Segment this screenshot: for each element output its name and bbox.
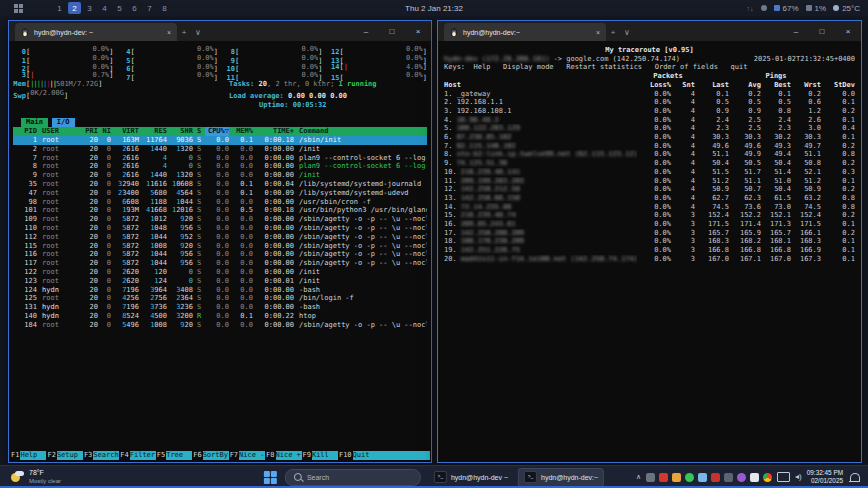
taskbar-clock[interactable]: 09:32:45 PM 02/01/2025 <box>807 469 843 485</box>
hop-row-4: 4. 10.96.48.20.0%42.42.52.42.60.1 <box>444 116 855 125</box>
process-row-pid-117[interactable]: 117root20058721044956S0.00.00:00.00/sbin… <box>13 259 427 268</box>
fnkey-kill[interactable]: F9Kill <box>302 451 338 460</box>
fnkey-nice-[interactable]: F8Nice + <box>265 451 301 460</box>
process-row-pid-140[interactable]: 140hydn200852445003200R0.00.10:00.22htop <box>13 312 427 321</box>
tray-app-3-icon[interactable] <box>672 473 681 482</box>
minimize-button[interactable]: – <box>783 21 809 41</box>
process-row-pid-112[interactable]: 112root20058721044952S0.00.00:00.00/sbin… <box>13 233 427 242</box>
left-titlebar[interactable]: hydn@hydn-dev: ~ × + ∨ – □ × <box>9 21 431 41</box>
tab-dropdown-button[interactable]: ∨ <box>620 23 634 41</box>
process-row-pid-122[interactable]: 122root20026201200S0.00.00:00.00/init <box>13 268 427 277</box>
process-row-pid-116[interactable]: 116root20058721044956S0.00.00:00.00/sbin… <box>13 250 427 259</box>
left-terminal-tab[interactable]: hydn@hydn-dev: ~ × <box>15 23 177 41</box>
fnkey-nice-[interactable]: F7Nice - <box>229 451 265 460</box>
redacted-hop-host: 74.125.51.36 <box>457 159 508 167</box>
hop-row-7: 7. 62.115.140.1020.0%449.649.649.349.70.… <box>444 142 855 151</box>
tray-app-8-icon[interactable] <box>737 473 746 482</box>
workspace-button-6[interactable]: 6 <box>128 2 141 14</box>
hop-row-11: 11. 209.199.203.2030.0%451.251.151.051.2… <box>444 177 855 186</box>
tray-app-4-icon[interactable] <box>685 473 694 482</box>
tray-app-7-icon[interactable] <box>724 473 733 482</box>
sort-column-cpu[interactable]: CPU%▽ <box>205 127 229 136</box>
right-titlebar[interactable]: hydn@hydn-dev:~ × + ∨ – □ × <box>438 21 861 41</box>
process-row-pid-123[interactable]: 123root20026201240S0.00.00:00.01/init <box>13 277 427 286</box>
tab-close-icon[interactable]: × <box>596 29 600 36</box>
notification-bell-icon[interactable] <box>850 473 860 482</box>
workspace-button-7[interactable]: 7 <box>143 2 156 14</box>
minimize-button[interactable]: – <box>353 21 379 41</box>
uptime: Uptime: 00:05:32 <box>221 101 326 110</box>
hidden-icons-chevron[interactable]: ∧ <box>636 473 641 481</box>
htop-tab-main[interactable]: Main <box>21 118 48 127</box>
process-row-pid-124[interactable]: 124hydn200719639643408S0.00.00:00.00-bas… <box>13 286 427 295</box>
process-row-pid-110[interactable]: 110root20058721048956S0.00.00:00.00/sbin… <box>13 224 427 233</box>
fnkey-setup[interactable]: F2Setup <box>46 451 82 460</box>
hop-row-9: 9. 74.125.51.360.0%450.450.550.450.80.2 <box>444 159 855 168</box>
htop-function-bar: F1HelpF2SetupF3SearchF4FilterF5TreeF6Sor… <box>10 451 430 460</box>
mtr-keys-menu[interactable]: Keys: Help Display mode Restart statisti… <box>444 63 855 72</box>
fnkey-tree[interactable]: F5Tree <box>156 451 192 460</box>
process-row-pid-131[interactable]: 131hydn200719637363236S0.00.00:00.00-bas… <box>13 303 427 312</box>
workspace-button-5[interactable]: 5 <box>113 2 126 14</box>
workspace-button-8[interactable]: 8 <box>158 2 171 14</box>
fnkey-quit[interactable]: F10Quit <box>338 451 379 460</box>
tray-app-1-icon[interactable] <box>646 473 655 482</box>
htop-tab-io[interactable]: I/O <box>52 118 75 127</box>
workspace-button-2[interactable]: 2 <box>68 2 81 14</box>
tray-app-10-icon[interactable] <box>763 473 772 482</box>
process-row-pid-1[interactable]: 1root200163M117649036S0.00.10:00.18/sbin… <box>13 136 427 145</box>
right-terminal-tab[interactable]: hydn@hydn-dev:~ × <box>444 23 606 41</box>
process-table-header[interactable]: PID USER PRI NI VIRT RES SHR S CPU%▽ MEM… <box>13 127 427 136</box>
new-tab-button[interactable]: + <box>606 23 620 41</box>
process-row-pid-98[interactable]: 98root200660811881044S0.00.00:00.00/usr/… <box>13 198 427 207</box>
process-row-pid-115[interactable]: 115root20058721008920S0.00.00:00.00/sbin… <box>13 242 427 251</box>
process-row-pid-8[interactable]: 8root200261640S0.00.00:00.00plan9 --cont… <box>13 162 427 171</box>
process-row-pid-109[interactable]: 109root20058721012920S0.00.00:00.00/sbin… <box>13 215 427 224</box>
speaker-icon[interactable]: ◂) <box>795 473 802 481</box>
process-row-pid-35[interactable]: 35root200329401161610608S0.00.10:00.04/l… <box>13 180 427 189</box>
fnkey-search[interactable]: F3Search <box>83 451 119 460</box>
hop-host: _gateway <box>457 90 491 98</box>
maximize-button[interactable]: □ <box>809 21 835 41</box>
process-row-pid-2[interactable]: 2root200261614401320S0.00.00:00.00/init <box>13 145 427 154</box>
start-button[interactable] <box>264 471 277 484</box>
taskbar-app-2[interactable]: >_hydn@hydn-dev:~ <box>518 468 604 487</box>
right-tab-title: hydn@hydn-dev:~ <box>463 29 520 36</box>
process-row-pid-47[interactable]: 47root2002340056804564S0.00.10:00.09/lib… <box>13 189 427 198</box>
mtr-source-line: hydn-dev (172.28.208.181) -> google.com … <box>444 55 855 64</box>
maximize-button[interactable]: □ <box>379 21 405 41</box>
cpu-meter-9: 9[0.0%] <box>222 54 323 63</box>
new-tab-button[interactable]: + <box>177 23 191 41</box>
taskbar-app-1[interactable]: >_hydn@hydn-dev ~ <box>429 469 513 486</box>
close-button[interactable]: × <box>835 21 861 41</box>
process-table: 1root200163M117649036S0.00.10:00.18/sbin… <box>13 136 427 330</box>
process-row-pid-125[interactable]: 125root200425627562364S0.00.00:00.00/bin… <box>13 294 427 303</box>
tab-dropdown-button[interactable]: ∨ <box>191 23 205 41</box>
tab-close-icon[interactable]: × <box>167 29 171 36</box>
tray-app-2-icon[interactable] <box>659 473 668 482</box>
workspace-button-1[interactable]: 1 <box>53 2 66 14</box>
tray-app-5-icon[interactable] <box>698 473 707 482</box>
fnkey-sortby[interactable]: F6SortBy <box>192 451 228 460</box>
workspace-button-4[interactable]: 4 <box>98 2 111 14</box>
fnkey-filter[interactable]: F4Filter <box>119 451 155 460</box>
hop-row-6: 6. 87.238.85.1020.0%430.330.330.230.30.1 <box>444 133 855 142</box>
search-input[interactable]: Search <box>285 469 421 486</box>
mtr-hop-list: 1. _gateway0.0%40.10.20.10.20.02. 192.16… <box>444 90 855 264</box>
close-button[interactable]: × <box>405 21 431 41</box>
taskbar-weather-widget[interactable]: 78°F Mostly clear <box>0 469 61 485</box>
process-row-pid-9[interactable]: 9root200261614401320S0.00.00:00.00/init <box>13 171 427 180</box>
workspace-button-3[interactable]: 3 <box>83 2 96 14</box>
hop-row-10: 10. 216.239.48.1410.0%451.551.751.452.10… <box>444 168 855 177</box>
redacted-hop-host: mad41s11-in-f14.1e100.net (142.250.74.17… <box>461 255 637 263</box>
tray-app-6-icon[interactable] <box>711 473 720 482</box>
redacted-hop-host: 209.85.243.61 <box>461 220 516 228</box>
display-icon[interactable] <box>777 472 790 482</box>
tray-app-9-icon[interactable] <box>750 473 759 482</box>
memory-icon <box>774 5 780 11</box>
fnkey-help[interactable]: F1Help <box>10 451 46 460</box>
process-row-pid-101[interactable]: 101root200193M4166812016S0.00.50:00.18/u… <box>13 206 427 215</box>
process-row-pid-7[interactable]: 7root200261640S0.00.00:00.00plan9 --cont… <box>13 154 427 163</box>
cpu-meter-15: 15[0.0%] <box>327 71 428 80</box>
process-row-pid-184[interactable]: 184root20054961008920S0.00.00:00.00/sbin… <box>13 321 427 330</box>
